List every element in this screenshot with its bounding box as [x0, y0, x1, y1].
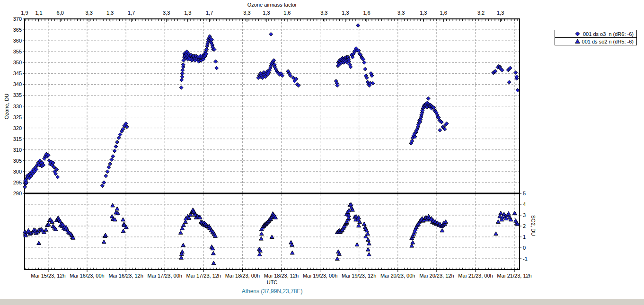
so2-point — [37, 241, 41, 245]
o3-point — [114, 145, 118, 148]
triangle-icon — [575, 39, 580, 44]
y-left-tick-label: 365 — [7, 27, 22, 33]
diamond-icon — [575, 31, 580, 36]
x-tick-label: Maï 15/23, 12h — [27, 273, 70, 279]
o3-point — [23, 185, 27, 189]
top-tick-label: 1,7 — [124, 10, 139, 16]
top-tick-label: 1,1 — [32, 10, 46, 16]
y-left-tick-label: 340 — [7, 81, 22, 87]
so2-point — [411, 240, 415, 244]
x-tick-label: Maï 17/23, 12h — [182, 273, 225, 279]
top-tick-label: 3,3 — [82, 10, 96, 16]
so2-point — [121, 218, 125, 221]
top-tick-label: 3,3 — [394, 10, 408, 16]
y-left-tick-label: 350 — [7, 60, 22, 65]
top-tick-label: 1,6 — [436, 10, 450, 16]
o3-point — [269, 32, 273, 36]
y-left-tick-label: 305 — [7, 158, 22, 164]
legend-label-o3: 001 ds o3 n (dR6: -6) — [583, 31, 634, 37]
so2-point — [259, 232, 264, 235]
so2-point — [102, 240, 106, 244]
y-left-tick-label: 335 — [7, 92, 22, 98]
o3-point — [180, 78, 184, 82]
x-axis-title: UTC — [25, 279, 520, 285]
o3-point — [356, 24, 360, 27]
top-tick-label: 3,2 — [474, 10, 488, 16]
y-left-tick-label: 290 — [7, 191, 22, 196]
so2-point — [357, 224, 361, 227]
x-tick-label: Maï 18/23, 00h — [221, 273, 264, 279]
o3-point — [516, 88, 520, 92]
so2-point — [499, 211, 503, 215]
top-tick-label: 1,3 — [103, 10, 117, 16]
top-tick-label: 1,7 — [203, 10, 217, 16]
y-left-tick-label: 370 — [7, 16, 22, 22]
top-tick-label: 1,3 — [181, 10, 195, 16]
x-tick-label: Maï 19/23, 12h — [338, 273, 380, 279]
so2-point — [355, 243, 359, 246]
so2-point — [290, 251, 294, 254]
y-left-tick-label: 360 — [7, 38, 22, 44]
x-tick-label: Maï 17/23, 00h — [143, 273, 186, 279]
top-tick-label: 1,3 — [494, 10, 508, 16]
legend-entry-o3[interactable]: 001 ds o3 n (dR6: -6) — [555, 30, 637, 38]
y-right-tick-label: -1 — [523, 256, 528, 261]
top-tick-label: 3,3 — [159, 10, 174, 16]
y-right-tick-label: 3 — [523, 212, 526, 218]
o3-point — [115, 140, 119, 144]
legend-entry-so2[interactable]: 001 ds so2 n (dR5: -6) — [555, 37, 637, 45]
so2-point — [44, 227, 48, 231]
so2-point — [496, 220, 500, 224]
so2-point — [506, 211, 511, 215]
top-tick-label: 1,9 — [18, 10, 32, 16]
x-tick-label: Maï 16/23, 12h — [105, 273, 147, 279]
y-right-tick-label: 5 — [523, 191, 526, 196]
legend: 001 ds o3 n (dR6: -6) 001 ds so2 n (dR5:… — [555, 30, 637, 45]
plot-canvas[interactable] — [0, 0, 644, 305]
top-tick-label: 3,3 — [317, 10, 331, 16]
y-left-tick-label: 330 — [7, 104, 22, 109]
so2-point — [367, 253, 371, 256]
y-left-tick-label: 345 — [7, 70, 22, 76]
y-left-tick-label: 355 — [7, 49, 22, 54]
top-tick-label: 6,0 — [53, 10, 67, 16]
o3-point — [179, 86, 183, 89]
y-left-tick-label: 315 — [7, 136, 22, 142]
so2-point — [257, 253, 262, 256]
so2-point — [178, 231, 183, 235]
o3-point — [215, 66, 219, 70]
so2-point — [111, 203, 115, 207]
o3-point — [362, 61, 366, 64]
x-tick-label: Maï 20/23, 00h — [377, 273, 419, 279]
so2-point — [494, 232, 498, 235]
so2-point — [179, 256, 184, 260]
so2-point — [121, 229, 125, 233]
so2-point — [335, 257, 339, 261]
x-tick-label: Maï 19/23, 00h — [299, 273, 342, 279]
o3-point — [363, 67, 367, 71]
legend-label-so2: 001 ds so2 n (dR5: -6) — [582, 39, 634, 44]
o3-point — [426, 96, 430, 100]
so2-point — [115, 207, 119, 210]
so2-point — [362, 222, 366, 226]
so2-point — [512, 211, 517, 215]
x-tick-label: Maï 16/23, 00h — [66, 273, 108, 279]
footer-station: Athens (37,99N,23,78E) — [25, 288, 520, 295]
o3-point — [104, 174, 108, 178]
y-right-tick-label: 0 — [523, 245, 526, 251]
y-right-tick-label: 4 — [523, 201, 526, 207]
so2-point — [367, 242, 371, 245]
app-window: Ozone airmass factor Ozone, DU SO2, DU 2… — [0, 0, 644, 305]
so2-point — [440, 228, 444, 232]
y-right-tick-label: 2 — [523, 223, 526, 229]
top-tick-label: 1,3 — [338, 10, 353, 16]
top-tick-label: 1,6 — [360, 10, 374, 16]
top-tick-label: 1,3 — [259, 10, 273, 16]
o3-point — [438, 128, 442, 132]
y-left-tick-label: 320 — [7, 125, 22, 131]
so2-point — [212, 261, 216, 265]
x-tick-label: Maï 21/23, 12h — [493, 273, 536, 279]
plot-border — [25, 19, 520, 270]
y-left-tick-label: 325 — [7, 114, 22, 120]
y-left-tick-label: 310 — [7, 147, 22, 153]
